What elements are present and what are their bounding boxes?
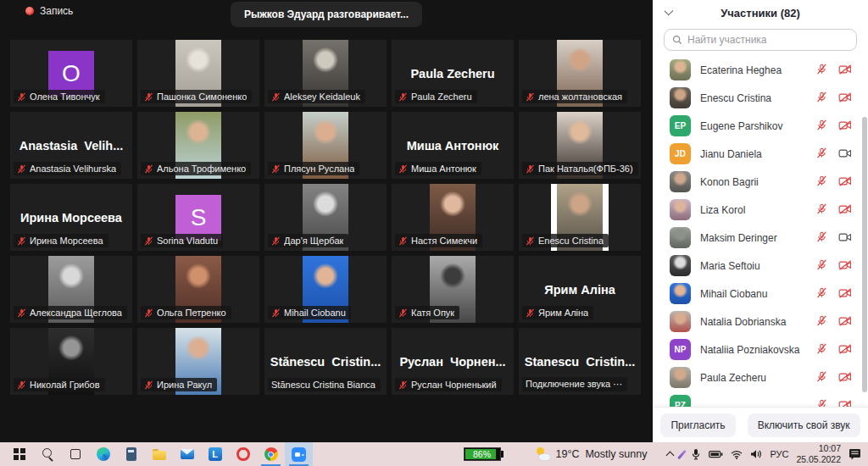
participant-list-item[interactable]: Maksim Deringer bbox=[653, 224, 868, 252]
weather-widget[interactable]: 19°C Mostly sunny bbox=[536, 447, 648, 461]
avatar: NP bbox=[670, 339, 691, 360]
clock[interactable]: 10:07 25.05.2022 bbox=[796, 443, 841, 465]
mic-muted-icon bbox=[398, 236, 408, 246]
camera-off-icon bbox=[838, 63, 852, 78]
video-tile[interactable]: Anastasia Velih... Anastasia Velihurska bbox=[10, 112, 132, 179]
battery-tray-icon[interactable] bbox=[709, 450, 723, 458]
video-tile[interactable]: Дар'я Щербак bbox=[264, 184, 387, 251]
participant-name: Liza Korol bbox=[700, 204, 807, 216]
participant-name-label: Mihail Ciobanu bbox=[268, 306, 351, 319]
video-tile[interactable]: Плясун Руслана bbox=[264, 112, 387, 179]
video-tile[interactable]: Альона Трофименко bbox=[137, 112, 259, 179]
task-view-taskbar-button[interactable] bbox=[61, 442, 89, 466]
avatar bbox=[670, 367, 691, 388]
video-tile[interactable]: Пак Наталья(ФПБ-36) bbox=[519, 112, 641, 179]
camera-off-icon bbox=[838, 91, 852, 106]
mic-muted-icon bbox=[816, 147, 827, 162]
participant-name-label: Ярим Аліна bbox=[522, 306, 593, 319]
mic-muted-icon bbox=[816, 63, 827, 78]
avatar bbox=[670, 87, 691, 108]
participant-name: Aleksey Keidaleuk bbox=[284, 92, 360, 102]
participant-status-icons bbox=[816, 63, 852, 78]
participant-list-item[interactable]: EP Eugene Parshikov bbox=[653, 112, 868, 140]
video-tile[interactable]: Mihail Ciobanu bbox=[264, 256, 387, 323]
microphone-tray-icon[interactable] bbox=[691, 448, 701, 460]
participant-list-item[interactable]: Enescu Cristina bbox=[653, 84, 868, 112]
video-tile[interactable]: Ольга Петренко bbox=[137, 256, 259, 323]
video-tile[interactable]: Stănescu Cristin... Stănescu Cristina Bi… bbox=[264, 328, 387, 395]
video-gallery: Запись Рыжков Эдуард разговаривает... O … bbox=[0, 0, 653, 442]
chrome-taskbar-button[interactable] bbox=[257, 442, 285, 466]
camera-off-icon bbox=[838, 370, 852, 386]
participant-name: Paula Zecheru bbox=[411, 92, 472, 102]
notification-center-icon[interactable] bbox=[849, 448, 861, 460]
video-tile[interactable]: Ирина Морсеева Ирина Морсеева bbox=[10, 184, 132, 251]
video-tile[interactable]: Пашонка Симоненко bbox=[137, 40, 259, 107]
invite-button[interactable]: Пригласить bbox=[660, 413, 735, 437]
participant-list-item[interactable]: Liza Korol bbox=[653, 196, 868, 224]
video-tile[interactable]: S Sorina Vladutu bbox=[137, 184, 259, 251]
weather-temp: 19°C bbox=[556, 448, 580, 460]
participant-name-label: Ирина Ракул bbox=[141, 378, 217, 391]
video-tile[interactable]: O Олена Тивончук bbox=[10, 40, 132, 107]
video-tile[interactable]: Aleksey Keidaleuk bbox=[264, 40, 387, 107]
participant-search[interactable] bbox=[664, 29, 857, 51]
calculator-taskbar-button[interactable] bbox=[117, 442, 145, 466]
video-tile[interactable]: Paula Zecheru Paula Zecheru bbox=[392, 40, 514, 107]
pen-icon[interactable] bbox=[677, 449, 687, 459]
edge-taskbar-button[interactable] bbox=[89, 442, 117, 466]
video-tile[interactable]: Ирина Ракул bbox=[137, 328, 259, 395]
video-tile[interactable]: Катя Опук bbox=[392, 256, 514, 323]
chevron-down-icon[interactable] bbox=[665, 7, 674, 16]
participant-list-item[interactable]: Konon Bagrii bbox=[653, 168, 868, 196]
participant-list-item[interactable]: Ecaterina Heghea bbox=[653, 56, 868, 84]
video-tile[interactable]: Enescu Cristina bbox=[519, 184, 641, 251]
avatar bbox=[670, 311, 691, 332]
search-input[interactable] bbox=[687, 34, 849, 46]
language-indicator[interactable]: РУС bbox=[770, 449, 788, 459]
participant-name: Ольга Петренко bbox=[157, 308, 226, 318]
video-tile[interactable]: Stanescu Cristin... Подключение звука ⋯ bbox=[519, 328, 641, 395]
file-explorer-taskbar-button[interactable] bbox=[145, 442, 173, 466]
participant-name-label: Пашонка Симоненко bbox=[141, 90, 252, 103]
participants-panel: Участники (82) Ecaterina Heghea bbox=[653, 0, 868, 442]
start-taskbar-button[interactable] bbox=[5, 442, 33, 466]
video-tile[interactable]: Ярим Аліна Ярим Аліна bbox=[519, 256, 641, 323]
unmute-self-button[interactable]: Включить свой звук bbox=[748, 413, 860, 437]
mic-muted-icon bbox=[17, 236, 26, 246]
mic-muted-icon bbox=[144, 164, 153, 174]
mail-taskbar-button[interactable] bbox=[173, 442, 201, 466]
video-tile[interactable]: Руслан Чорнен... Руслан Чорненький bbox=[392, 328, 514, 395]
participant-list-item[interactable]: Paula Zecheru bbox=[653, 363, 868, 391]
wifi-icon[interactable] bbox=[731, 450, 743, 459]
volume-icon[interactable] bbox=[750, 449, 762, 459]
zoom-taskbar-button[interactable] bbox=[285, 442, 313, 466]
participant-list-item[interactable]: PZ bbox=[653, 391, 868, 407]
participants-list: Ecaterina Heghea Enescu Cr bbox=[653, 56, 868, 407]
opera-taskbar-button[interactable] bbox=[229, 442, 257, 466]
participant-name: Подключение звука ⋯ bbox=[526, 379, 622, 390]
time: 10:07 bbox=[796, 443, 841, 454]
l-app-taskbar-button[interactable] bbox=[201, 442, 229, 466]
participant-name-label: Ирина Морсеева bbox=[14, 234, 108, 247]
participant-list-item[interactable]: JD Jianu Daniela bbox=[653, 140, 868, 168]
search-taskbar-button[interactable] bbox=[33, 442, 61, 466]
mic-muted-icon bbox=[17, 380, 26, 390]
participant-list-item[interactable]: Mihail Ciobanu bbox=[653, 280, 868, 308]
video-tile[interactable]: Миша Антонюк Миша Антонюк bbox=[392, 112, 514, 179]
participant-name: лена жолтановская bbox=[538, 92, 622, 102]
video-tile[interactable]: лена жолтановская bbox=[519, 40, 641, 107]
participant-list-item[interactable]: Maria Seftoiu bbox=[653, 252, 868, 280]
video-tile[interactable]: Николай Грибов bbox=[10, 328, 132, 395]
video-tile[interactable]: Настя Симекчи bbox=[392, 184, 514, 251]
participant-name: Дар'я Щербак bbox=[284, 236, 343, 246]
participant-name: Natalia Dobrianska bbox=[700, 316, 807, 328]
mic-muted-icon bbox=[398, 164, 408, 174]
video-tile[interactable]: Александра Щеглова bbox=[10, 256, 132, 323]
scrollbar-thumb[interactable] bbox=[862, 117, 867, 392]
mic-muted-icon bbox=[526, 164, 535, 174]
participant-list-item[interactable]: Natalia Dobrianska bbox=[653, 308, 868, 336]
participant-list-item[interactable]: NP Nataliia Pozniakovska bbox=[653, 336, 868, 363]
tray-expand-icon[interactable] bbox=[666, 452, 675, 460]
taskbar-apps bbox=[5, 442, 313, 466]
